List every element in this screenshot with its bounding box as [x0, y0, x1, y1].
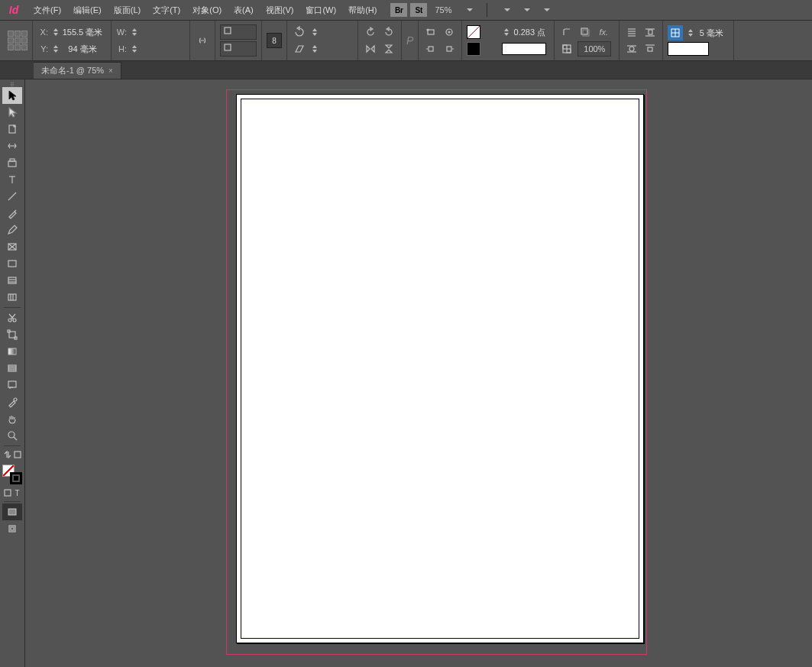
- svg-rect-55: [8, 277, 16, 283]
- y-field[interactable]: 94 毫米: [51, 41, 106, 57]
- document-tab[interactable]: 未命名-1 @ 75% ×: [34, 62, 121, 79]
- text-icon[interactable]: T: [12, 486, 22, 500]
- menu-window[interactable]: 窗口(W): [299, 2, 342, 19]
- type-tool[interactable]: [2, 171, 22, 188]
- menu-view[interactable]: 视图(V): [260, 2, 300, 19]
- bridge-button[interactable]: Br: [390, 3, 407, 17]
- grid-icon[interactable]: [668, 25, 683, 40]
- flip-v-icon[interactable]: [381, 41, 396, 57]
- fill-drop-icon[interactable]: [484, 24, 499, 40]
- pen-tool[interactable]: [2, 205, 22, 222]
- free-transform-tool[interactable]: [2, 326, 22, 343]
- rotate-ccw-icon[interactable]: [363, 24, 378, 40]
- page[interactable]: [236, 94, 644, 643]
- vertical-grid-tool[interactable]: [2, 289, 22, 306]
- swap-icon[interactable]: [2, 448, 12, 461]
- fill-stroke-toggle[interactable]: [2, 448, 22, 461]
- screen-mode-icon[interactable]: [514, 3, 529, 17]
- arrange-icon[interactable]: [494, 3, 510, 17]
- menu-layout[interactable]: 版面(L): [108, 2, 147, 19]
- stepper-icon[interactable]: [311, 25, 319, 39]
- x-field[interactable]: 155.5 毫米: [51, 24, 106, 40]
- w-field[interactable]: [130, 24, 185, 40]
- select-content-icon[interactable]: [442, 24, 457, 40]
- menu-file[interactable]: 文件(F): [27, 2, 67, 19]
- content-collector-tool[interactable]: [2, 154, 22, 171]
- rectangle-frame-tool[interactable]: [2, 238, 22, 255]
- stroke-swatch[interactable]: [467, 42, 480, 56]
- canvas[interactable]: [25, 79, 812, 667]
- rotate-shear-group: [287, 21, 358, 60]
- zoom-select[interactable]: 75%: [435, 5, 473, 15]
- menu-object[interactable]: 对象(O): [186, 2, 228, 19]
- menu-bar: Id 文件(F) 编辑(E) 版面(L) 文字(T) 对象(O) 表(A) 视图…: [0, 0, 812, 21]
- stepper-icon[interactable]: [131, 25, 138, 39]
- screen-mode-normal[interactable]: [2, 503, 22, 520]
- shear-field[interactable]: [310, 41, 353, 57]
- scale-x-field[interactable]: [220, 24, 257, 40]
- stepper-icon[interactable]: [52, 42, 60, 56]
- wrap-bound-icon[interactable]: [642, 24, 658, 40]
- rotate-field[interactable]: [310, 24, 353, 40]
- rotate-cw-icon[interactable]: [381, 24, 396, 40]
- stepper-icon[interactable]: [687, 26, 694, 40]
- wrap-group: [620, 21, 663, 60]
- line-tool[interactable]: [2, 188, 22, 205]
- link-scale-icon[interactable]: 8: [267, 33, 282, 48]
- menu-edit[interactable]: 编辑(E): [67, 2, 108, 19]
- scissors-tool[interactable]: [2, 309, 22, 326]
- grid-size-field[interactable]: 5 毫米: [686, 25, 729, 40]
- stroke-weight-field[interactable]: 0.283 点: [502, 24, 549, 40]
- format-affect-toggle[interactable]: T: [2, 486, 22, 500]
- select-prev-icon[interactable]: [423, 41, 438, 57]
- screen-mode-preview[interactable]: [2, 520, 22, 537]
- opacity-value: 100%: [584, 44, 605, 53]
- page-tool[interactable]: [2, 121, 22, 138]
- stepper-icon[interactable]: [503, 25, 510, 39]
- fx-icon[interactable]: fx.: [596, 24, 611, 40]
- selection-tool[interactable]: [2, 87, 22, 104]
- horizontal-grid-tool[interactable]: [2, 272, 22, 289]
- fill-swatch[interactable]: [467, 25, 480, 39]
- pencil-tool[interactable]: [2, 222, 22, 238]
- wrap-none-icon[interactable]: [624, 24, 639, 40]
- view-options-icon[interactable]: [534, 3, 549, 17]
- direct-selection-tool[interactable]: [2, 104, 22, 121]
- scale-group: [215, 21, 262, 60]
- scale-y-field[interactable]: [220, 41, 257, 57]
- note-tool[interactable]: [2, 377, 22, 393]
- stepper-icon[interactable]: [52, 25, 60, 39]
- default-fill-icon[interactable]: [12, 448, 22, 461]
- stroke-drop-icon[interactable]: [484, 41, 499, 57]
- h-field[interactable]: [130, 41, 185, 57]
- stepper-icon[interactable]: [311, 42, 319, 56]
- wrap-jump-icon[interactable]: [642, 41, 658, 57]
- reference-point[interactable]: [8, 31, 27, 50]
- eyedropper-tool[interactable]: [2, 393, 22, 410]
- select-next-icon[interactable]: [442, 41, 457, 57]
- close-icon[interactable]: ×: [108, 66, 113, 75]
- hand-tool[interactable]: [2, 410, 22, 427]
- gap-tool[interactable]: [2, 138, 22, 154]
- color-swatch[interactable]: [668, 42, 709, 56]
- gradient-swatch-tool[interactable]: [2, 343, 22, 360]
- container-icon[interactable]: [2, 486, 12, 500]
- flip-h-icon[interactable]: [363, 41, 378, 57]
- stroke-style-select[interactable]: [502, 43, 546, 55]
- stepper-icon[interactable]: [131, 42, 138, 56]
- gradient-feather-tool[interactable]: [2, 360, 22, 377]
- drop-shadow-icon[interactable]: [577, 24, 593, 40]
- corner-icon[interactable]: [559, 24, 574, 40]
- zoom-tool[interactable]: [2, 427, 22, 444]
- wrap-shape-icon[interactable]: [624, 41, 639, 57]
- opacity-field[interactable]: 100%: [577, 41, 611, 57]
- stroke-box[interactable]: [10, 472, 22, 484]
- fill-stroke-indicator[interactable]: [2, 465, 22, 484]
- constrain-icon[interactable]: [195, 33, 210, 48]
- menu-table[interactable]: 表(A): [228, 2, 260, 19]
- menu-type[interactable]: 文字(T): [147, 2, 186, 19]
- rectangle-tool[interactable]: [2, 255, 22, 272]
- menu-help[interactable]: 帮助(H): [342, 2, 383, 19]
- stock-button[interactable]: St: [410, 3, 427, 17]
- select-container-icon[interactable]: [423, 24, 438, 40]
